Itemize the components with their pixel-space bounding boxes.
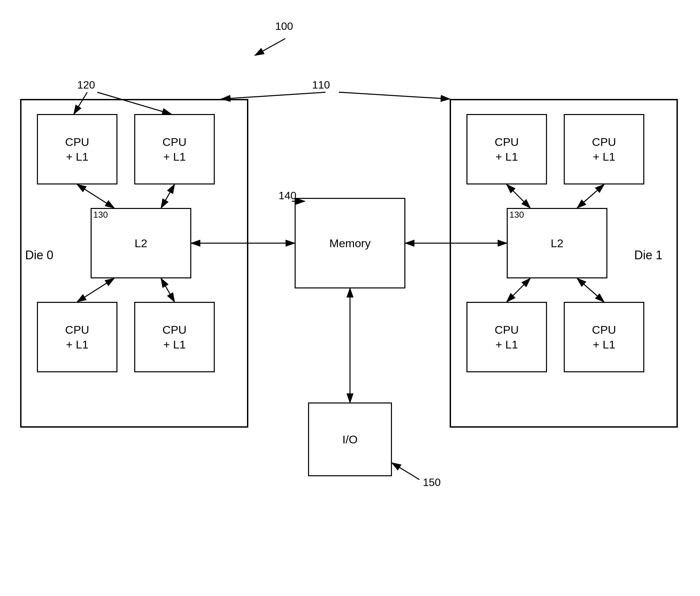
cpu-l1-label: CPU+ L1 [495, 134, 519, 164]
cpu-l1-die0-top-left: CPU+ L1 [37, 114, 118, 184]
cpu-l1-die0-top-right: CPU+ L1 [134, 114, 215, 184]
ref-120: 120 [77, 79, 95, 91]
cpu-l1-label: CPU+ L1 [592, 322, 616, 352]
l2-label: L2 [134, 236, 147, 251]
memory-box: Memory [295, 198, 405, 288]
cpu-l1-die1-bot-right: CPU+ L1 [564, 302, 644, 372]
cpu-l1-die0-bot-left: CPU+ L1 [37, 302, 118, 372]
ref-130-die1: 130 [509, 210, 524, 220]
ref-100: 100 [275, 20, 293, 32]
ref-140: 140 [278, 189, 296, 202]
svg-line-19 [392, 463, 420, 480]
memory-label: Memory [329, 236, 371, 251]
svg-line-4 [339, 92, 450, 99]
ref-110: 110 [312, 79, 330, 91]
io-label: I/O [342, 432, 357, 447]
cpu-l1-label: CPU+ L1 [65, 134, 89, 164]
cpu-l1-die1-bot-left: CPU+ L1 [467, 302, 547, 372]
cpu-l1-label: CPU+ L1 [495, 322, 519, 352]
io-box: I/O [308, 403, 392, 476]
die0-label: Die 0 [25, 248, 53, 262]
cpu-l1-die1-top-right: CPU+ L1 [564, 114, 644, 184]
cpu-l1-die1-top-left: CPU+ L1 [467, 114, 547, 184]
cpu-l1-label: CPU+ L1 [592, 134, 616, 164]
svg-line-3 [222, 92, 325, 99]
l2-label: L2 [551, 236, 564, 251]
cpu-l1-die0-bot-right: CPU+ L1 [134, 302, 215, 372]
die1-label: Die 1 [634, 248, 662, 262]
svg-line-2 [255, 38, 285, 55]
ref-150: 150 [423, 476, 441, 489]
cpu-l1-label: CPU+ L1 [162, 322, 186, 352]
ref-130-die0: 130 [93, 210, 108, 220]
cpu-l1-label: CPU+ L1 [65, 322, 89, 352]
diagram: 100 110 120 140 150 Die 0 Die 1 CPU+ L1 … [0, 0, 700, 596]
cpu-l1-label: CPU+ L1 [162, 134, 186, 164]
